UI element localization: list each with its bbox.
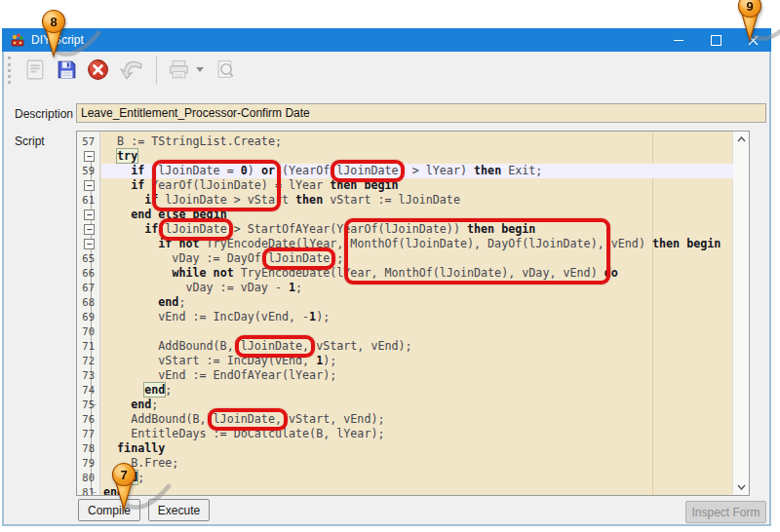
code-line-71[interactable]: AddBound(B, lJoinDate, vStart, vEnd); (101, 339, 733, 354)
gutter-line: − (77, 222, 99, 237)
code-line-66[interactable]: while not TryEncodeDate(lYear, MonthOf(l… (101, 266, 733, 281)
code-line-81[interactable]: end; (101, 485, 733, 495)
gutter-line: 73 (77, 368, 99, 383)
code-line-57[interactable]: B := TStringList.Create; (101, 134, 733, 149)
script-label: Script (15, 134, 45, 148)
gutter-line: 75 (77, 398, 99, 412)
gutter-line: 69 (77, 310, 99, 324)
gutter-line: 72 (77, 354, 99, 368)
gutter-line: 61 (77, 193, 99, 208)
maximize-icon (711, 35, 722, 46)
gutter-line: 71 (77, 339, 99, 354)
code-line-73[interactable]: vEnd := EndOfAYear(lYear); (101, 368, 733, 383)
svg-text:8: 8 (50, 15, 57, 29)
fold-collapse-icon[interactable]: − (84, 224, 95, 235)
gutter-line: 68 (77, 295, 99, 310)
scroll-up-button[interactable] (733, 132, 749, 147)
code-line-67[interactable]: vDay := vDay - 1; (101, 281, 733, 295)
inspect-form-button: Inspect Form (685, 501, 766, 523)
code-line-72[interactable]: vStart := IncDay(vEnd, 1); (101, 354, 733, 368)
gutter-line: 77 (77, 427, 99, 441)
gutter-line: 76 (77, 412, 99, 427)
code-line-74[interactable]: end; (101, 383, 733, 398)
gutter-line: 65 (77, 251, 99, 266)
editor-gutter: 57−59−61−−−65666768697071727374757677787… (77, 132, 100, 495)
chevron-down-icon (737, 484, 746, 490)
code-line-60[interactable]: if YearOf(lJoinDate) = lYear then begin (101, 178, 733, 193)
fold-collapse-icon[interactable]: − (84, 151, 95, 162)
maximize-button[interactable] (697, 28, 734, 52)
callout-marker-8: 8 (38, 9, 69, 61)
code-line-70[interactable] (101, 324, 733, 339)
printer-icon (167, 57, 191, 82)
description-input[interactable] (76, 103, 766, 123)
editor-code[interactable]: B := TStringList.Create; try if (lJoinDa… (101, 132, 733, 495)
print-button (164, 56, 193, 85)
print-dropdown-icon (196, 67, 204, 72)
gutter-line: 80 (77, 471, 99, 485)
code-line-59[interactable]: if (lJoinDate = 0) or (YearOf(lJoinDate)… (101, 164, 733, 178)
undo-arrow-icon (117, 56, 146, 85)
callout-marker-9: 9 (734, 0, 765, 46)
gutter-line: 67 (77, 281, 99, 295)
toolbar (4, 52, 769, 88)
gutter-line: 59 (77, 164, 99, 178)
code-line-61[interactable]: if lJoinDate > vStart then vStart := lJo… (101, 193, 733, 208)
undo-button (114, 56, 149, 85)
scroll-down-button[interactable] (733, 479, 749, 495)
code-line-75[interactable]: end; (101, 398, 733, 412)
code-line-62[interactable]: end else begin (101, 208, 733, 222)
script-editor[interactable]: 57−59−61−−−65666768697071727374757677787… (76, 131, 750, 496)
gutter-line: 57 (77, 134, 99, 149)
gutter-line: − (77, 178, 99, 193)
code-line-58[interactable]: try (101, 149, 733, 164)
code-line-69[interactable]: vEnd := IncDay(vEnd, -1); (101, 310, 733, 324)
gutter-line: 74 (77, 383, 99, 398)
titlebar[interactable]: DIY Script (2, 28, 771, 52)
app-icon (10, 32, 25, 48)
preview-button (211, 56, 240, 85)
toolbar-separator (156, 57, 157, 84)
vertical-scrollbar[interactable] (732, 132, 749, 495)
gutter-line: − (77, 208, 99, 222)
code-line-65[interactable]: vDay := DayOf(lJoinDate); (101, 251, 733, 266)
gutter-line: 79 (77, 456, 99, 471)
gutter-line: 70 (77, 324, 99, 339)
code-line-64[interactable]: if not TryEncodeDate(lYear, MonthOf(lJoi… (101, 237, 733, 251)
code-line-63[interactable]: if lJoinDate > StartOfAYear(YearOf(lJoin… (101, 222, 733, 237)
svg-text:7: 7 (120, 468, 127, 482)
magnifier-icon (214, 57, 238, 82)
svg-text:9: 9 (746, 0, 753, 14)
code-line-77[interactable]: EntitleDays := DoCalculate(B, lYear); (101, 427, 733, 441)
code-line-68[interactable]: end; (101, 295, 733, 310)
gutter-line: 66 (77, 266, 99, 281)
fold-collapse-icon[interactable]: − (84, 209, 95, 220)
toolbar-gripper[interactable] (8, 57, 14, 84)
minimize-button[interactable] (660, 28, 697, 52)
code-line-78[interactable]: finally (101, 441, 733, 456)
gutter-line: 81 (77, 485, 99, 496)
code-line-76[interactable]: AddBound(B, lJoinDate, vStart, vEnd); (101, 412, 733, 427)
code-line-79[interactable]: B.Free; (101, 456, 733, 471)
gutter-line: 78 (77, 441, 99, 456)
minimize-icon (674, 40, 683, 41)
gutter-line: − (77, 237, 99, 251)
fold-collapse-icon[interactable]: − (84, 239, 95, 249)
gutter-line: − (77, 149, 99, 164)
callout-marker-7: 7 (108, 462, 139, 514)
chevron-up-icon (737, 136, 746, 142)
description-label: Description (15, 107, 73, 121)
code-line-80[interactable]: end; (101, 471, 733, 485)
fold-collapse-icon[interactable]: − (84, 180, 95, 191)
